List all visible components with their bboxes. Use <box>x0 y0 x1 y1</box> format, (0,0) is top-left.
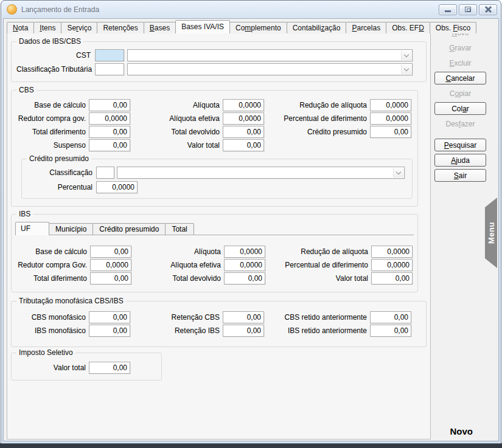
ibs-tab-total[interactable]: Total <box>165 223 193 235</box>
cbs-redutor-compra-gov-input[interactable] <box>89 112 130 125</box>
ibs-tabstrip: UF Município Crédito presumido Total <box>15 222 414 235</box>
ibs-aliquota-efetiva-input[interactable] <box>224 259 265 271</box>
ibs-total-devolvido-input[interactable] <box>224 272 265 284</box>
field-label: Total devolvido <box>133 272 222 284</box>
ibs-monofasico-input[interactable] <box>89 325 130 337</box>
screen: Lançamento de Entrada Nota Itens Serviço… <box>0 0 502 448</box>
ibs-tab-uf[interactable]: UF <box>15 222 49 235</box>
retencao-ibs-input[interactable] <box>223 325 264 337</box>
minimize-icon <box>445 10 451 12</box>
tab-parcelas[interactable]: Parcelas <box>346 22 386 33</box>
credito-percentual-input[interactable] <box>96 181 138 193</box>
tab-obs-efd[interactable]: Obs. EFD <box>386 22 430 33</box>
tab-retencoes[interactable]: Retenções <box>97 22 144 33</box>
field-label: Redutor compra gov. <box>16 112 87 125</box>
field-label: Valor total <box>267 272 369 284</box>
tab-bases[interactable]: Bases <box>144 22 176 33</box>
ibs-base-calculo-input[interactable] <box>90 246 131 258</box>
ajuda-button[interactable]: Ajuda <box>434 154 486 167</box>
classificacao-tributaria-code-input[interactable] <box>95 63 124 75</box>
ibs-percentual-diferimento-input[interactable] <box>371 259 413 271</box>
tab-servico[interactable]: Serviço <box>61 22 97 33</box>
cbs-percentual-diferimento-input[interactable] <box>370 112 411 125</box>
field-label: Redução de alíquota <box>267 246 369 258</box>
tab-obs-fisco[interactable]: Obs. Fisco <box>430 22 476 33</box>
menu-pull-tab[interactable]: Menu <box>485 198 497 268</box>
cbs-total-diferimento-input[interactable] <box>89 126 130 138</box>
ibs-group: IBS UF Município Crédito presumido Total… <box>11 214 418 292</box>
cbs-reducao-aliquota-input[interactable] <box>370 99 411 111</box>
field-label: Retenção IBS <box>132 325 221 337</box>
window-title: Lançamento de Entrada <box>21 5 433 14</box>
cbs-retido-anteriormente-input[interactable] <box>370 311 411 323</box>
credito-classificacao-code-input[interactable] <box>96 167 114 179</box>
minimize-button[interactable] <box>439 4 457 15</box>
group-title: CBS <box>16 86 37 94</box>
app-icon <box>7 4 17 15</box>
field-label: Suspenso <box>16 139 87 151</box>
restore-button[interactable] <box>459 4 477 15</box>
ibs-tab-credito-presumido[interactable]: Crédito presumido <box>92 223 166 235</box>
tributacao-monofasica-group: Tributação monofásica CBS/IBS CBS monofá… <box>11 301 427 347</box>
tab-nota[interactable]: Nota <box>7 22 34 33</box>
cbs-credito-presumido-input[interactable] <box>370 126 411 138</box>
field-label: CBS retido anteriormente <box>266 311 368 323</box>
group-title: Imposto Seletivo <box>16 348 75 357</box>
group-title: Dados de IBS/CBS <box>16 37 83 46</box>
ibs-retido-anteriormente-input[interactable] <box>370 325 411 337</box>
classificacao-tributaria-combo[interactable] <box>127 63 413 75</box>
field-label: Base de cálculo <box>16 99 87 111</box>
credito-combo-dropdown-button[interactable] <box>393 168 403 177</box>
cbs-suspenso-input[interactable] <box>89 139 130 151</box>
cbs-aliquota-efetiva-input[interactable] <box>223 112 264 125</box>
cancelar-button[interactable]: Cancelar <box>434 72 486 84</box>
excluir-button: Excluir <box>434 57 486 69</box>
field-label: IBS monofásico <box>16 325 87 337</box>
field-label: Classificação Tributária <box>16 63 92 75</box>
cst-code-input[interactable] <box>95 49 124 61</box>
close-button[interactable] <box>479 4 497 15</box>
field-label: Percentual <box>26 181 94 193</box>
classificacao-combo-dropdown-button[interactable] <box>401 64 411 74</box>
credito-classificacao-combo[interactable] <box>117 167 405 179</box>
tab-contabilizacao[interactable]: Contabilização <box>287 22 347 33</box>
window: Lançamento de Entrada Nota Itens Serviço… <box>1 0 501 444</box>
sair-button[interactable]: Sair <box>434 169 486 182</box>
field-label: Alíquota efetiva <box>132 112 221 125</box>
colar-button[interactable]: Colar <box>434 102 486 115</box>
seletivo-valor-total-input[interactable] <box>89 362 130 374</box>
ibs-tab-municipio[interactable]: Município <box>49 223 93 235</box>
tab-bases-iva-is[interactable]: Bases IVA/IS <box>175 20 230 33</box>
field-label: Redutor compra Gov. <box>18 259 88 271</box>
ibs-total-diferimento-input[interactable] <box>90 272 131 284</box>
field-label: Alíquota <box>133 246 222 258</box>
cbs-valor-total-input[interactable] <box>223 139 264 151</box>
field-label: Redução de alíquota <box>266 99 368 111</box>
retencao-cbs-input[interactable] <box>223 311 264 323</box>
status-state-label: Novo <box>450 426 473 436</box>
ibs-valor-total-input[interactable] <box>371 272 413 284</box>
main-tabstrip: Nota Itens Serviço Retenções Bases Bases… <box>7 21 476 33</box>
tab-itens[interactable]: Itens <box>33 22 61 33</box>
ibs-redutor-compra-gov-input[interactable] <box>90 259 131 271</box>
side-button-panel: Novo Gravar Excluir Cancelar Copiar Cola… <box>434 26 486 182</box>
window-controls <box>437 4 497 15</box>
cbs-aliquota-input[interactable] <box>223 99 264 111</box>
ibs-aliquota-input[interactable] <box>224 246 265 258</box>
field-label: Alíquota efetiva <box>133 259 222 271</box>
cbs-total-devolvido-input[interactable] <box>223 126 264 138</box>
group-title: IBS <box>16 210 33 218</box>
field-label: Base de cálculo <box>18 246 88 258</box>
field-label: Total diferimento <box>16 126 87 138</box>
close-icon <box>484 6 492 13</box>
cbs-monofasico-input[interactable] <box>89 311 130 323</box>
ibs-reducao-aliquota-input[interactable] <box>371 246 413 258</box>
cst-combo-dropdown-button[interactable] <box>401 50 411 60</box>
cst-combo[interactable] <box>127 49 413 61</box>
field-label: Percentual de diferimento <box>266 112 368 125</box>
tab-complemento[interactable]: Complemento <box>229 22 287 33</box>
chevron-down-icon <box>404 52 409 57</box>
pesquisar-button[interactable]: Pesquisar <box>434 139 486 151</box>
cbs-base-calculo-input[interactable] <box>89 99 130 111</box>
imposto-seletivo-group: Imposto Seletivo Valor total <box>11 353 162 381</box>
